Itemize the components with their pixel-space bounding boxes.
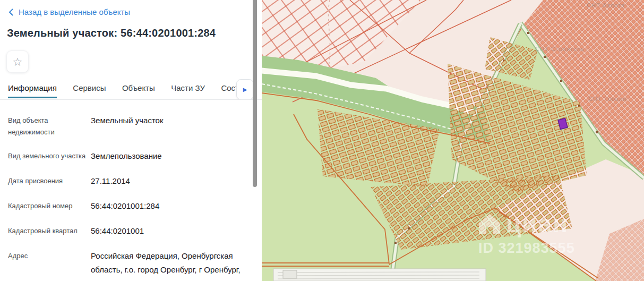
triangle-right-icon: ▶	[243, 87, 247, 92]
tab-servisy[interactable]: Сервисы	[73, 79, 106, 98]
field-label: Кадастровый квартал	[8, 224, 89, 238]
tab-bar: Информация Сервисы Объекты Части ЗУ Сост…	[0, 79, 262, 100]
panel-scrollbar[interactable]	[253, 0, 257, 187]
map-label-snt-3: СНТ Тополя	[588, 96, 626, 102]
favorite-button[interactable]: ☆	[6, 50, 29, 73]
tab-chasti-zu[interactable]: Части ЗУ	[171, 79, 205, 98]
tabs-scroll-right-button[interactable]: ▶	[236, 79, 254, 100]
field-value: Земельный участок	[91, 114, 244, 138]
tab-obekty[interactable]: Объекты	[122, 79, 155, 98]
cian-logo-icon	[478, 213, 501, 234]
watermark: циан ID 321983555	[478, 211, 575, 257]
map-label-snt-1: СНТ Аэлита	[587, 2, 625, 8]
field-label: Адрес	[8, 249, 89, 281]
field-label: Кадастровый номер	[8, 199, 89, 213]
field-value: 56:44:0201001	[91, 224, 244, 238]
back-button-label: Назад в выделенные объекты	[19, 7, 130, 16]
watermark-id: ID 321983555	[478, 240, 575, 257]
industrial-area	[273, 269, 486, 281]
field-value: Землепользование	[91, 149, 244, 163]
field-label: Дата присвоения	[8, 174, 89, 188]
field-value: 27.11.2014	[91, 174, 244, 188]
cadastral-map[interactable]: СНТ Аэлита СНТ Строитель СНТ Тополя циан…	[262, 0, 644, 281]
object-info-panel: Назад в выделенные объекты Земельный уча…	[0, 0, 262, 281]
back-button[interactable]: Назад в выделенные объекты	[8, 7, 262, 16]
chevron-left-icon	[8, 8, 13, 16]
field-label: Вид земельного участка	[8, 149, 89, 163]
map-label-snt-2: СНТ Строитель	[535, 46, 585, 52]
star-icon: ☆	[13, 56, 23, 67]
field-value: Российская Федерация, Оренбургская облас…	[91, 249, 244, 281]
page-title: Земельный участок: 56:44:0201001:284	[7, 27, 262, 39]
field-value: 56:44:0201001:284	[91, 199, 244, 213]
info-list: Вид объекта недвижимости Земельный участ…	[8, 114, 244, 281]
watermark-brand: циан	[506, 211, 569, 236]
tab-informatsiya[interactable]: Информация	[8, 79, 57, 98]
field-label: Вид объекта недвижимости	[8, 114, 89, 138]
map-canvas: СНТ Аэлита СНТ Строитель СНТ Тополя	[262, 0, 644, 281]
